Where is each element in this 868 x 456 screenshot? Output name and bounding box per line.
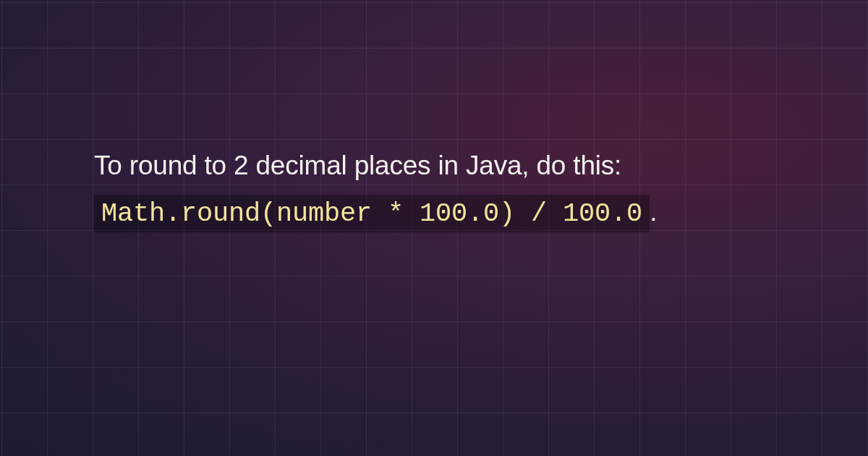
paragraph-text-before: To round to 2 decimal places in Java, do… (94, 151, 621, 180)
main-paragraph: To round to 2 decimal places in Java, do… (94, 143, 774, 237)
inline-code: Math.round(number * 100.0) / 100.0 (94, 195, 650, 232)
paragraph-text-after: . (650, 197, 657, 227)
